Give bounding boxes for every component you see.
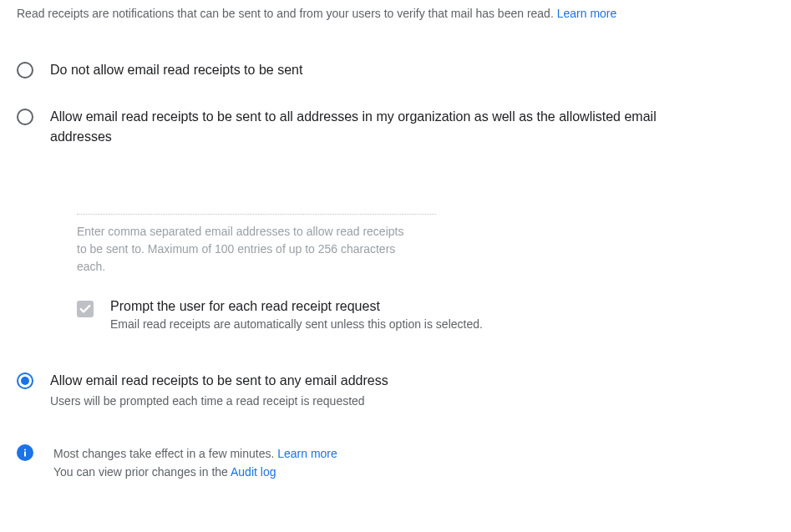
option-label: Do not allow email read receipts to be s… — [50, 60, 302, 80]
svg-point-0 — [24, 449, 26, 451]
prompt-checkbox-row: Prompt the user for each read receipt re… — [77, 299, 774, 331]
read-receipts-radio-group: Do not allow email read receipts to be s… — [17, 60, 774, 414]
svg-rect-1 — [24, 452, 26, 457]
allowlist-settings: Enter comma separated email addresses to… — [77, 194, 774, 331]
intro-text: Read receipts are notifications that can… — [17, 7, 774, 20]
footer-audit-log-link[interactable]: Audit log — [231, 465, 276, 479]
checkmark-icon — [79, 302, 92, 316]
footer-line-audit: You can view prior changes in the Audit … — [53, 463, 337, 481]
footer-line-changes: Most changes take effect in a few minute… — [53, 444, 337, 463]
radio-icon[interactable] — [17, 62, 33, 79]
radio-icon[interactable] — [17, 109, 33, 125]
option-allow-org-and-allowlist[interactable]: Allow email read receipts to be sent to … — [17, 107, 774, 147]
option-sublabel: Users will be prompted each time a read … — [50, 394, 388, 408]
option-label: Allow email read receipts to be sent to … — [50, 371, 388, 391]
radio-icon[interactable] — [17, 372, 33, 389]
intro-description: Read receipts are notifications that can… — [17, 7, 557, 20]
footer-learn-more-link[interactable]: Learn more — [277, 447, 337, 460]
option-label: Allow email read receipts to be sent to … — [50, 107, 718, 147]
option-allow-any[interactable]: Allow email read receipts to be sent to … — [17, 371, 774, 408]
prompt-checkbox-sublabel: Email read receipts are automatically se… — [110, 317, 483, 331]
option-do-not-allow[interactable]: Do not allow email read receipts to be s… — [17, 60, 774, 80]
intro-learn-more-link[interactable]: Learn more — [557, 7, 617, 20]
info-icon — [17, 444, 33, 461]
prompt-checkbox[interactable] — [77, 301, 94, 317]
footer-note: Most changes take effect in a few minute… — [17, 444, 774, 482]
prompt-checkbox-label: Prompt the user for each read receipt re… — [110, 299, 483, 314]
allowlist-input-helper: Enter comma separated email addresses to… — [77, 223, 411, 276]
allowlist-email-input[interactable] — [77, 194, 436, 215]
